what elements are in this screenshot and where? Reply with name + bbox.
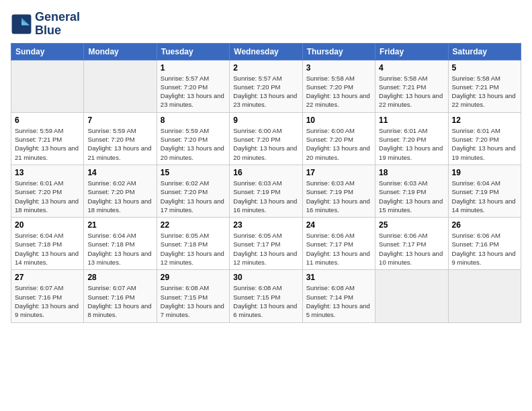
- day-info: Sunrise: 6:01 AM Sunset: 7:20 PM Dayligh…: [379, 126, 444, 162]
- day-info: Sunrise: 6:08 AM Sunset: 7:15 PM Dayligh…: [233, 283, 298, 319]
- calendar-cell: 28Sunrise: 6:07 AM Sunset: 7:16 PM Dayli…: [84, 270, 157, 322]
- day-info: Sunrise: 6:02 AM Sunset: 7:20 PM Dayligh…: [87, 179, 152, 214]
- calendar-cell: 14Sunrise: 6:02 AM Sunset: 7:20 PM Dayli…: [84, 165, 157, 217]
- calendar-cell: 10Sunrise: 6:00 AM Sunset: 7:20 PM Dayli…: [302, 112, 375, 165]
- calendar-cell: 27Sunrise: 6:07 AM Sunset: 7:16 PM Dayli…: [11, 270, 84, 322]
- day-info: Sunrise: 5:58 AM Sunset: 7:21 PM Dayligh…: [452, 74, 517, 109]
- day-info: Sunrise: 6:04 AM Sunset: 7:18 PM Dayligh…: [87, 231, 152, 267]
- day-number: 29: [161, 273, 226, 282]
- calendar-cell: [448, 270, 521, 322]
- calendar-cell: 20Sunrise: 6:04 AM Sunset: 7:18 PM Dayli…: [11, 218, 84, 270]
- logo: General Blue: [11, 11, 80, 38]
- day-number: 21: [87, 220, 152, 230]
- day-number: 2: [233, 63, 298, 73]
- day-number: 24: [306, 220, 371, 230]
- day-of-week-header: Wednesday: [230, 43, 302, 60]
- day-number: 17: [306, 168, 371, 177]
- calendar-cell: 31Sunrise: 6:08 AM Sunset: 7:14 PM Dayli…: [302, 270, 375, 322]
- logo-icon: [11, 13, 32, 35]
- day-info: Sunrise: 6:04 AM Sunset: 7:19 PM Dayligh…: [452, 179, 517, 214]
- day-number: 19: [452, 168, 517, 177]
- calendar-cell: 3Sunrise: 5:58 AM Sunset: 7:20 PM Daylig…: [302, 60, 375, 112]
- calendar-cell: 29Sunrise: 6:08 AM Sunset: 7:15 PM Dayli…: [157, 270, 229, 322]
- day-info: Sunrise: 6:07 AM Sunset: 7:16 PM Dayligh…: [87, 283, 152, 319]
- calendar-cell: 17Sunrise: 6:03 AM Sunset: 7:19 PM Dayli…: [302, 165, 375, 217]
- calendar-cell: 16Sunrise: 6:03 AM Sunset: 7:19 PM Dayli…: [230, 165, 302, 217]
- calendar-cell: 21Sunrise: 6:04 AM Sunset: 7:18 PM Dayli…: [84, 218, 157, 270]
- day-info: Sunrise: 6:08 AM Sunset: 7:14 PM Dayligh…: [306, 283, 371, 319]
- day-info: Sunrise: 6:01 AM Sunset: 7:20 PM Dayligh…: [15, 179, 80, 214]
- day-number: 1: [161, 63, 226, 73]
- day-info: Sunrise: 6:00 AM Sunset: 7:20 PM Dayligh…: [233, 126, 298, 162]
- calendar-cell: [11, 60, 84, 112]
- calendar-week-row: 13Sunrise: 6:01 AM Sunset: 7:20 PM Dayli…: [11, 165, 521, 217]
- day-info: Sunrise: 6:05 AM Sunset: 7:18 PM Dayligh…: [161, 231, 226, 267]
- calendar-cell: 22Sunrise: 6:05 AM Sunset: 7:18 PM Dayli…: [157, 218, 229, 270]
- calendar-cell: 19Sunrise: 6:04 AM Sunset: 7:19 PM Dayli…: [448, 165, 521, 217]
- day-number: 15: [161, 168, 226, 177]
- calendar-week-row: 20Sunrise: 6:04 AM Sunset: 7:18 PM Dayli…: [11, 218, 521, 270]
- day-info: Sunrise: 6:06 AM Sunset: 7:16 PM Dayligh…: [452, 231, 517, 267]
- day-info: Sunrise: 6:01 AM Sunset: 7:20 PM Dayligh…: [452, 126, 517, 162]
- calendar-cell: 4Sunrise: 5:58 AM Sunset: 7:21 PM Daylig…: [375, 60, 448, 112]
- day-of-week-header: Tuesday: [157, 43, 229, 60]
- day-number: 26: [452, 220, 517, 230]
- day-number: 9: [233, 116, 298, 125]
- calendar-cell: 6Sunrise: 5:59 AM Sunset: 7:21 PM Daylig…: [11, 112, 84, 165]
- day-info: Sunrise: 5:58 AM Sunset: 7:21 PM Dayligh…: [379, 74, 444, 109]
- day-of-week-header: Friday: [375, 43, 448, 60]
- day-info: Sunrise: 5:57 AM Sunset: 7:20 PM Dayligh…: [161, 74, 226, 109]
- day-info: Sunrise: 6:03 AM Sunset: 7:19 PM Dayligh…: [379, 179, 444, 214]
- day-info: Sunrise: 6:07 AM Sunset: 7:16 PM Dayligh…: [15, 283, 80, 319]
- calendar-cell: 26Sunrise: 6:06 AM Sunset: 7:16 PM Dayli…: [448, 218, 521, 270]
- day-info: Sunrise: 5:58 AM Sunset: 7:20 PM Dayligh…: [306, 74, 371, 109]
- day-info: Sunrise: 6:02 AM Sunset: 7:20 PM Dayligh…: [161, 179, 226, 214]
- calendar-cell: 11Sunrise: 6:01 AM Sunset: 7:20 PM Dayli…: [375, 112, 448, 165]
- calendar-week-row: 27Sunrise: 6:07 AM Sunset: 7:16 PM Dayli…: [11, 270, 521, 322]
- day-info: Sunrise: 6:00 AM Sunset: 7:20 PM Dayligh…: [306, 126, 371, 162]
- day-info: Sunrise: 6:05 AM Sunset: 7:17 PM Dayligh…: [233, 231, 298, 267]
- day-number: 20: [15, 220, 80, 230]
- day-number: 4: [379, 63, 444, 73]
- calendar-week-row: 1Sunrise: 5:57 AM Sunset: 7:20 PM Daylig…: [11, 60, 521, 112]
- day-info: Sunrise: 5:57 AM Sunset: 7:20 PM Dayligh…: [233, 74, 298, 109]
- day-info: Sunrise: 6:06 AM Sunset: 7:17 PM Dayligh…: [306, 231, 371, 267]
- calendar-cell: 8Sunrise: 5:59 AM Sunset: 7:20 PM Daylig…: [157, 112, 229, 165]
- day-info: Sunrise: 6:03 AM Sunset: 7:19 PM Dayligh…: [233, 179, 298, 214]
- day-of-week-header: Monday: [84, 43, 157, 60]
- day-number: 7: [87, 116, 152, 125]
- day-of-week-header: Thursday: [302, 43, 375, 60]
- day-number: 10: [306, 116, 371, 125]
- calendar-cell: 5Sunrise: 5:58 AM Sunset: 7:21 PM Daylig…: [448, 60, 521, 112]
- day-info: Sunrise: 6:08 AM Sunset: 7:15 PM Dayligh…: [161, 283, 226, 319]
- logo-text: General Blue: [35, 11, 80, 38]
- day-number: 5: [452, 63, 517, 73]
- calendar-table: SundayMondayTuesdayWednesdayThursdayFrid…: [11, 43, 521, 323]
- day-number: 13: [15, 168, 80, 177]
- day-info: Sunrise: 5:59 AM Sunset: 7:21 PM Dayligh…: [15, 126, 80, 162]
- day-number: 18: [379, 168, 444, 177]
- day-number: 27: [15, 273, 80, 282]
- calendar-cell: 18Sunrise: 6:03 AM Sunset: 7:19 PM Dayli…: [375, 165, 448, 217]
- day-info: Sunrise: 5:59 AM Sunset: 7:20 PM Dayligh…: [161, 126, 226, 162]
- day-number: 6: [15, 116, 80, 125]
- calendar-cell: 13Sunrise: 6:01 AM Sunset: 7:20 PM Dayli…: [11, 165, 84, 217]
- calendar-cell: 15Sunrise: 6:02 AM Sunset: 7:20 PM Dayli…: [157, 165, 229, 217]
- calendar-cell: 23Sunrise: 6:05 AM Sunset: 7:17 PM Dayli…: [230, 218, 302, 270]
- calendar-cell: 30Sunrise: 6:08 AM Sunset: 7:15 PM Dayli…: [230, 270, 302, 322]
- day-number: 28: [87, 273, 152, 282]
- calendar-cell: 25Sunrise: 6:06 AM Sunset: 7:17 PM Dayli…: [375, 218, 448, 270]
- calendar-week-row: 6Sunrise: 5:59 AM Sunset: 7:21 PM Daylig…: [11, 112, 521, 165]
- calendar-cell: 1Sunrise: 5:57 AM Sunset: 7:20 PM Daylig…: [157, 60, 229, 112]
- day-number: 8: [161, 116, 226, 125]
- day-number: 3: [306, 63, 371, 73]
- calendar-cell: 24Sunrise: 6:06 AM Sunset: 7:17 PM Dayli…: [302, 218, 375, 270]
- day-number: 14: [87, 168, 152, 177]
- day-number: 25: [379, 220, 444, 230]
- calendar-cell: 9Sunrise: 6:00 AM Sunset: 7:20 PM Daylig…: [230, 112, 302, 165]
- calendar-header: SundayMondayTuesdayWednesdayThursdayFrid…: [11, 43, 521, 60]
- calendar-cell: [84, 60, 157, 112]
- day-info: Sunrise: 6:03 AM Sunset: 7:19 PM Dayligh…: [306, 179, 371, 214]
- day-number: 16: [233, 168, 298, 177]
- calendar-cell: 2Sunrise: 5:57 AM Sunset: 7:20 PM Daylig…: [230, 60, 302, 112]
